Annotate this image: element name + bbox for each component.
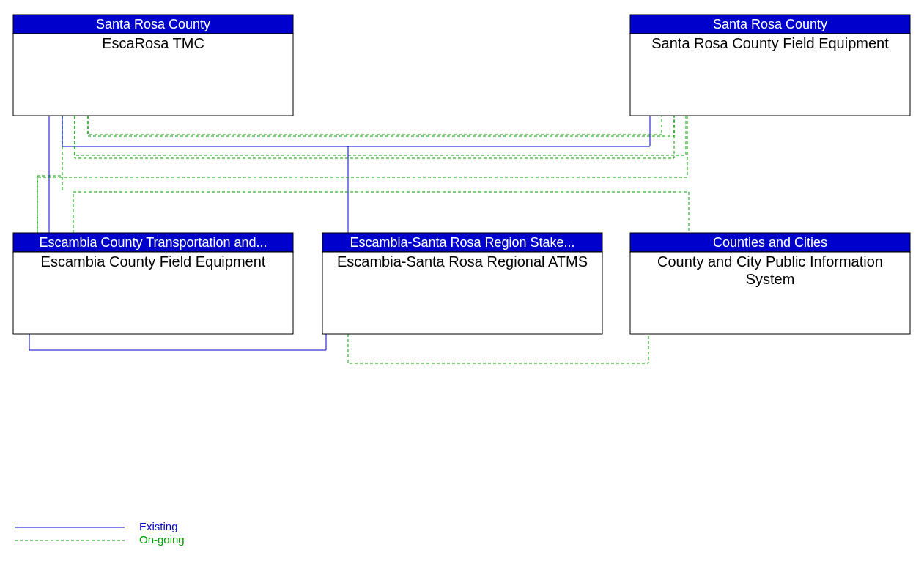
diagram-layer: Santa Rosa County EscaRosa TMC Santa Ros… <box>0 0 924 572</box>
node-escambia-field-equipment[interactable]: Escambia County Transportation and... Es… <box>13 233 293 334</box>
node-esr-regional-atms[interactable]: Escambia-Santa Rosa Region Stake... Esca… <box>322 233 602 334</box>
node-escarosa-tmc-header: Santa Rosa County <box>96 17 210 31</box>
node-escarosa-tmc[interactable]: Santa Rosa County EscaRosa TMC <box>13 15 293 116</box>
conn-tmc-srcfield-ongoing <box>88 116 662 135</box>
conn-atms-pis-ongoing <box>348 334 648 363</box>
conn-escfield-atms-existing <box>29 334 326 350</box>
node-src-field-title: Santa Rosa County Field Equipment <box>651 35 889 51</box>
node-escambia-field-title: Escambia County Field Equipment <box>41 253 266 270</box>
node-src-field-header: Santa Rosa County <box>713 17 827 31</box>
conn-channel-242-ongoing <box>37 116 687 233</box>
conn-tmc-srcfield-existing <box>62 116 650 146</box>
node-escambia-field-header: Escambia County Transportation and... <box>39 235 267 250</box>
node-pis-title-line2: System <box>746 271 795 287</box>
node-pis-title-line1: County and City Public Information <box>657 253 883 270</box>
node-pis-header: Counties and Cities <box>713 235 827 250</box>
legend-existing-label: Existing <box>139 520 178 532</box>
node-esr-atms-title: Escambia-Santa Rosa Regional ATMS <box>337 253 588 270</box>
conn-tmc-right-ongoing-2 <box>75 116 674 158</box>
legend-ongoing-label: On-going <box>139 533 185 546</box>
node-county-city-pis[interactable]: Counties and Cities County and City Publ… <box>630 233 910 334</box>
legend: Existing On-going <box>15 520 185 546</box>
conn-channel-262-ongoing <box>73 192 689 233</box>
node-esr-atms-header: Escambia-Santa Rosa Region Stake... <box>350 235 574 250</box>
node-src-field-equipment[interactable]: Santa Rosa County Santa Rosa County Fiel… <box>630 15 910 116</box>
node-escarosa-tmc-title: EscaRosa TMC <box>102 35 204 51</box>
